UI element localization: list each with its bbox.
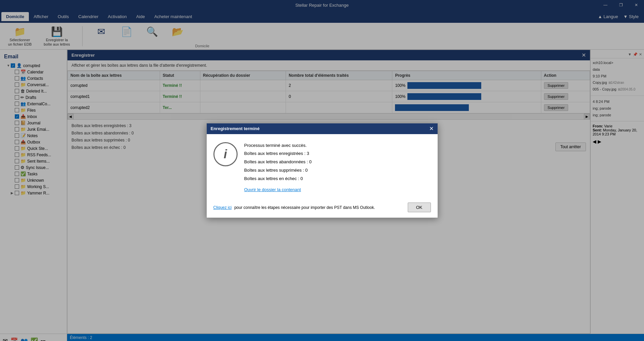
modal-line-1: Processus terminé avec succès. — [244, 142, 431, 149]
modal-line-4: Boîtes aux lettres supprimées : 0 — [244, 167, 431, 174]
click-here-link[interactable]: Cliquez ici — [213, 205, 232, 210]
open-folder-link[interactable]: Ouvrir le dossier la contenant — [244, 187, 301, 192]
info-icon: i — [213, 142, 238, 166]
modal-body: i Processus terminé avec succès. Boîtes … — [207, 134, 438, 200]
modal-line-5: Boîtes aux lettres en échec : 0 — [244, 175, 431, 182]
modal-line-2: Boîtes aux lettres enregistrées : 3 — [244, 150, 431, 157]
modal-footer-text: pour connaître les étapes nécessaire pou… — [234, 205, 375, 210]
modal-text: Processus terminé avec succès. Boîtes au… — [244, 142, 431, 195]
ok-button[interactable]: OK — [408, 203, 431, 212]
modal-title: Enregistrement terminé — [211, 126, 260, 131]
modal-title-bar: Enregistrement terminé ✕ — [207, 123, 438, 134]
modal-line-3: Boîtes aux lettres abandonnées : 0 — [244, 159, 431, 166]
modal-overlay: Enregistrement terminé ✕ i Processus ter… — [0, 0, 644, 341]
modal-footer: Cliquez ici pour connaître les étapes né… — [207, 200, 438, 218]
modal-dialog: Enregistrement terminé ✕ i Processus ter… — [206, 123, 438, 218]
modal-close-button[interactable]: ✕ — [429, 126, 434, 131]
